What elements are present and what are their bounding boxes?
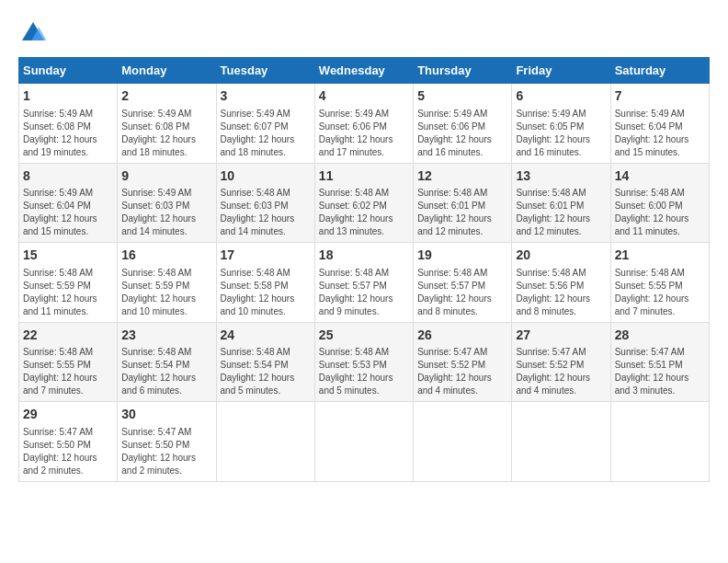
- day-info: Sunrise: 5:49 AMSunset: 6:04 PMDaylight:…: [23, 187, 113, 238]
- calendar-cell: [512, 402, 610, 482]
- day-info: Sunrise: 5:49 AMSunset: 6:04 PMDaylight:…: [615, 108, 705, 159]
- day-info: Sunrise: 5:48 AMSunset: 5:56 PMDaylight:…: [516, 267, 606, 318]
- day-number: 16: [121, 247, 211, 265]
- calendar-week-row: 1Sunrise: 5:49 AMSunset: 6:08 PMDaylight…: [19, 84, 710, 164]
- day-number: 7: [615, 87, 705, 106]
- day-info: Sunrise: 5:48 AMSunset: 5:59 PMDaylight:…: [121, 267, 211, 318]
- calendar-cell: [314, 402, 413, 482]
- day-number: 14: [615, 167, 705, 186]
- day-number: 2: [121, 87, 211, 106]
- day-number: 19: [417, 247, 507, 265]
- day-number: 15: [23, 247, 113, 265]
- day-number: 22: [23, 327, 113, 345]
- day-info: Sunrise: 5:49 AMSunset: 6:08 PMDaylight:…: [23, 108, 113, 159]
- calendar-header: SundayMondayTuesdayWednesdayThursdayFrid…: [19, 58, 710, 84]
- calendar-cell: [216, 402, 314, 482]
- calendar-cell: 25Sunrise: 5:48 AMSunset: 5:53 PMDayligh…: [314, 322, 413, 402]
- weekday-header-monday: Monday: [118, 58, 216, 84]
- calendar-cell: 26Sunrise: 5:47 AMSunset: 5:52 PMDayligh…: [414, 322, 512, 402]
- calendar-cell: [414, 402, 512, 482]
- day-number: 30: [121, 406, 211, 424]
- day-number: 13: [516, 167, 606, 186]
- day-number: 26: [417, 327, 507, 345]
- day-number: 17: [221, 247, 311, 265]
- day-info: Sunrise: 5:48 AMSunset: 5:54 PMDaylight:…: [121, 346, 211, 397]
- day-number: 11: [319, 167, 409, 186]
- calendar-cell: 29Sunrise: 5:47 AMSunset: 5:50 PMDayligh…: [19, 402, 118, 482]
- day-info: Sunrise: 5:47 AMSunset: 5:52 PMDaylight:…: [417, 346, 507, 397]
- day-number: 1: [23, 87, 113, 106]
- calendar-cell: 28Sunrise: 5:47 AMSunset: 5:51 PMDayligh…: [610, 322, 709, 402]
- calendar-week-row: 29Sunrise: 5:47 AMSunset: 5:50 PMDayligh…: [19, 402, 710, 482]
- day-number: 29: [23, 406, 113, 424]
- day-info: Sunrise: 5:48 AMSunset: 6:00 PMDaylight:…: [615, 187, 705, 238]
- day-number: 23: [121, 327, 211, 345]
- calendar-cell: 20Sunrise: 5:48 AMSunset: 5:56 PMDayligh…: [512, 243, 610, 323]
- day-number: 25: [319, 327, 409, 345]
- header: [18, 18, 710, 48]
- day-info: Sunrise: 5:49 AMSunset: 6:03 PMDaylight:…: [121, 187, 211, 238]
- day-info: Sunrise: 5:49 AMSunset: 6:06 PMDaylight:…: [417, 108, 507, 159]
- weekday-header-wednesday: Wednesday: [314, 58, 413, 84]
- weekday-header-thursday: Thursday: [414, 58, 512, 84]
- calendar-cell: 17Sunrise: 5:48 AMSunset: 5:58 PMDayligh…: [216, 243, 314, 323]
- calendar-week-row: 8Sunrise: 5:49 AMSunset: 6:04 PMDaylight…: [19, 163, 710, 243]
- day-info: Sunrise: 5:49 AMSunset: 6:06 PMDaylight:…: [319, 108, 409, 159]
- calendar-cell: 18Sunrise: 5:48 AMSunset: 5:57 PMDayligh…: [314, 243, 413, 323]
- logo-icon: [18, 18, 48, 48]
- calendar-cell: [610, 402, 709, 482]
- day-number: 18: [319, 247, 409, 265]
- day-info: Sunrise: 5:48 AMSunset: 6:03 PMDaylight:…: [221, 187, 311, 238]
- calendar-week-row: 15Sunrise: 5:48 AMSunset: 5:59 PMDayligh…: [19, 243, 710, 323]
- calendar-table: SundayMondayTuesdayWednesdayThursdayFrid…: [18, 57, 710, 482]
- calendar-cell: 12Sunrise: 5:48 AMSunset: 6:01 PMDayligh…: [414, 163, 512, 243]
- day-info: Sunrise: 5:49 AMSunset: 6:05 PMDaylight:…: [516, 108, 606, 159]
- calendar-cell: 21Sunrise: 5:48 AMSunset: 5:55 PMDayligh…: [610, 243, 709, 323]
- calendar-cell: 11Sunrise: 5:48 AMSunset: 6:02 PMDayligh…: [314, 163, 413, 243]
- weekday-header-tuesday: Tuesday: [216, 58, 314, 84]
- day-number: 20: [516, 247, 606, 265]
- calendar-cell: 23Sunrise: 5:48 AMSunset: 5:54 PMDayligh…: [118, 322, 216, 402]
- day-info: Sunrise: 5:47 AMSunset: 5:51 PMDaylight:…: [615, 346, 705, 397]
- calendar-cell: 15Sunrise: 5:48 AMSunset: 5:59 PMDayligh…: [19, 243, 118, 323]
- day-number: 5: [417, 87, 507, 106]
- day-number: 24: [221, 327, 311, 345]
- day-number: 12: [417, 167, 507, 186]
- day-number: 27: [516, 327, 606, 345]
- day-number: 10: [221, 167, 311, 186]
- calendar-body: 1Sunrise: 5:49 AMSunset: 6:08 PMDaylight…: [19, 84, 710, 482]
- calendar-cell: 22Sunrise: 5:48 AMSunset: 5:55 PMDayligh…: [19, 322, 118, 402]
- day-info: Sunrise: 5:48 AMSunset: 5:55 PMDaylight:…: [23, 346, 113, 397]
- calendar-cell: 6Sunrise: 5:49 AMSunset: 6:05 PMDaylight…: [512, 84, 610, 164]
- calendar-cell: 16Sunrise: 5:48 AMSunset: 5:59 PMDayligh…: [118, 243, 216, 323]
- calendar-cell: 10Sunrise: 5:48 AMSunset: 6:03 PMDayligh…: [216, 163, 314, 243]
- calendar-cell: 7Sunrise: 5:49 AMSunset: 6:04 PMDaylight…: [610, 84, 709, 164]
- logo: [18, 18, 51, 48]
- calendar-cell: 27Sunrise: 5:47 AMSunset: 5:52 PMDayligh…: [512, 322, 610, 402]
- day-number: 3: [221, 87, 311, 106]
- day-info: Sunrise: 5:48 AMSunset: 6:01 PMDaylight:…: [516, 187, 606, 238]
- day-info: Sunrise: 5:48 AMSunset: 5:57 PMDaylight:…: [417, 267, 507, 318]
- day-info: Sunrise: 5:48 AMSunset: 5:53 PMDaylight:…: [319, 346, 409, 397]
- calendar-cell: 5Sunrise: 5:49 AMSunset: 6:06 PMDaylight…: [414, 84, 512, 164]
- day-info: Sunrise: 5:48 AMSunset: 5:57 PMDaylight:…: [319, 267, 409, 318]
- day-info: Sunrise: 5:48 AMSunset: 6:02 PMDaylight:…: [319, 187, 409, 238]
- calendar-cell: 2Sunrise: 5:49 AMSunset: 6:08 PMDaylight…: [118, 84, 216, 164]
- calendar-cell: 1Sunrise: 5:49 AMSunset: 6:08 PMDaylight…: [19, 84, 118, 164]
- day-info: Sunrise: 5:47 AMSunset: 5:52 PMDaylight:…: [516, 346, 606, 397]
- day-info: Sunrise: 5:47 AMSunset: 5:50 PMDaylight:…: [23, 426, 113, 477]
- day-info: Sunrise: 5:48 AMSunset: 6:01 PMDaylight:…: [417, 187, 507, 238]
- day-info: Sunrise: 5:49 AMSunset: 6:08 PMDaylight:…: [121, 108, 211, 159]
- day-info: Sunrise: 5:48 AMSunset: 5:58 PMDaylight:…: [221, 267, 311, 318]
- day-info: Sunrise: 5:48 AMSunset: 5:59 PMDaylight:…: [23, 267, 113, 318]
- calendar-cell: 8Sunrise: 5:49 AMSunset: 6:04 PMDaylight…: [19, 163, 118, 243]
- weekday-header-saturday: Saturday: [610, 58, 709, 84]
- calendar-cell: 13Sunrise: 5:48 AMSunset: 6:01 PMDayligh…: [512, 163, 610, 243]
- calendar-cell: 9Sunrise: 5:49 AMSunset: 6:03 PMDaylight…: [118, 163, 216, 243]
- day-number: 4: [319, 87, 409, 106]
- day-number: 6: [516, 87, 606, 106]
- calendar-cell: 24Sunrise: 5:48 AMSunset: 5:54 PMDayligh…: [216, 322, 314, 402]
- calendar-cell: 4Sunrise: 5:49 AMSunset: 6:06 PMDaylight…: [314, 84, 413, 164]
- day-number: 28: [615, 327, 705, 345]
- day-info: Sunrise: 5:48 AMSunset: 5:54 PMDaylight:…: [221, 346, 311, 397]
